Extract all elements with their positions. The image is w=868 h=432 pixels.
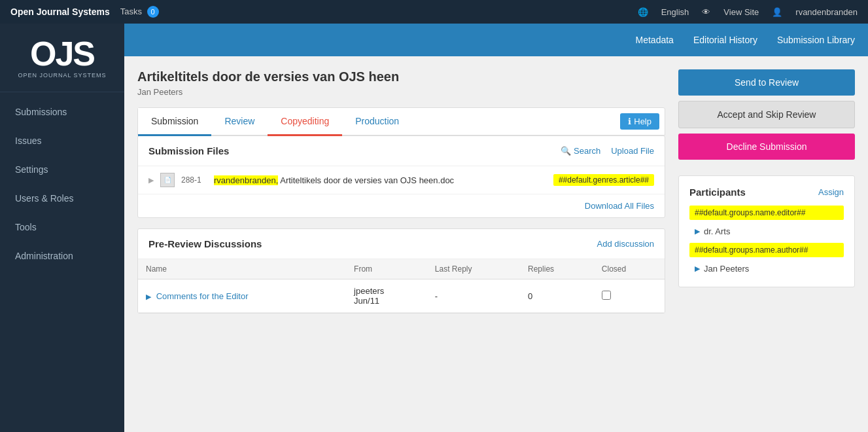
editorial-history-link[interactable]: Editorial History [693,26,757,54]
expand-arrow-icon[interactable]: ▶ [146,293,151,300]
discussion-from-cell: jpeeters Jun/11 [346,279,427,313]
tasks-count: 0 [147,6,159,18]
sidebar-logo: OJS OPEN JOURNAL SYSTEMS [0,24,124,92]
file-genre: ##default.genres.article## [553,174,654,186]
sidebar-item-label: Administration [15,251,73,261]
english-link[interactable]: English [661,7,689,17]
file-name: rvandenbranden, Artiteltikels door de ve… [214,175,547,185]
tabs-container: Submission Review Copyediting Production [137,107,665,135]
add-discussion-button[interactable]: Add discussion [597,239,654,249]
pre-review-title: Pre-Review Discussions [148,238,262,249]
ojs-letters: OJS [30,37,94,71]
sidebar-item-label: Users & Roles [15,193,73,204]
search-button[interactable]: 🔍 Search [561,146,600,156]
participants-header: Participants Assign [689,187,844,198]
discussion-closed-cell [594,279,665,313]
file-number: 288-1 [181,175,207,185]
info-icon: ℹ [628,117,631,126]
submission-library-link[interactable]: Submission Library [777,26,855,54]
file-row: ▶ 📄 288-1 rvandenbranden, Artiteltikels … [138,166,665,194]
eye-icon: 👁 [702,7,710,17]
participants-title: Participants [689,187,746,198]
pre-review-panel: Pre-Review Discussions Add discussion Na… [137,228,665,314]
globe-icon: 🌐 [638,7,648,17]
participant-expand-icon-2[interactable]: ▶ [695,264,700,273]
download-all: Download All Files [138,194,665,217]
panel-actions: 🔍 Search Upload File [561,146,654,156]
send-to-review-button[interactable]: Send to Review [678,69,855,96]
tab-copyediting[interactable]: Copyediting [268,108,342,136]
article-title: Artikeltitels door de versies van OJS he… [137,69,665,84]
table-row: ▶ Comments for the Editor jpeeters Jun/1… [138,279,665,313]
sidebar-item-submissions[interactable]: Submissions [0,98,124,126]
participant-group-author: ##default.groups.name.author## [689,243,844,257]
discussion-replies-cell: 0 [520,279,594,313]
ojs-logo: OJS OPEN JOURNAL SYSTEMS [10,37,114,79]
accept-skip-review-button[interactable]: Accept and Skip Review [678,101,855,128]
sidebar-item-tools[interactable]: Tools [0,213,124,242]
sidebar-item-settings[interactable]: Settings [0,155,124,184]
upload-file-button[interactable]: Upload File [611,146,654,156]
expand-icon[interactable]: ▶ [148,176,154,185]
pre-review-header: Pre-Review Discussions Add discussion [138,229,665,259]
content-area: Artikeltitels door de versies van OJS he… [124,56,868,432]
col-name: Name [138,259,346,279]
closed-checkbox[interactable] [602,291,611,300]
tasks-label: Tasks [120,7,142,16]
assign-link[interactable]: Assign [818,187,844,197]
panel-title: Submission Files [148,145,229,156]
search-icon: 🔍 [561,146,571,156]
file-author-highlight: rvandenbranden, [214,175,278,185]
discussion-last-reply-cell: - [427,279,520,313]
sidebar-item-label: Settings [15,164,48,175]
sidebar-item-users-roles[interactable]: Users & Roles [0,184,124,213]
table-header-row: Name From Last Reply Replies Closed [138,259,665,279]
tab-submission[interactable]: Submission [138,108,211,136]
user-icon: 👤 [772,7,782,17]
sidebar-nav: Submissions Issues Settings Users & Role… [0,92,124,432]
sidebar: OJS OPEN JOURNAL SYSTEMS Submissions Iss… [0,24,124,432]
sidebar-item-label: Issues [15,135,41,146]
participants-panel: Participants Assign ##default.groups.nam… [678,175,855,287]
discussion-name-cell: ▶ Comments for the Editor [138,279,346,313]
main: Metadata Editorial History Submission Li… [124,24,868,432]
sidebar-item-label: Submissions [15,107,67,117]
participant-dr-arts: ▶ dr. Arts [689,224,844,239]
sidebar-item-administration[interactable]: Administration [0,242,124,270]
top-bar-left: Open Journal Systems Tasks 0 [10,6,159,18]
metadata-link[interactable]: Metadata [636,26,674,54]
top-bar: Open Journal Systems Tasks 0 🌐 English 👁… [0,0,868,24]
file-icon: 📄 [160,173,175,187]
tab-review[interactable]: Review [211,108,268,136]
participant-jan-peeters: ▶ Jan Peeters [689,261,844,276]
secondary-nav: Metadata Editorial History Submission Li… [124,24,868,56]
sidebar-item-issues[interactable]: Issues [0,126,124,155]
view-site-link[interactable]: View Site [723,7,759,17]
submission-files-panel: Submission Files 🔍 Search Upload File [137,135,665,218]
article-author: Jan Peeters [137,87,665,97]
ojs-subtitle: OPEN JOURNAL SYSTEMS [18,72,106,79]
content-main: Artikeltitels door de versies van OJS he… [137,69,665,419]
discussion-link[interactable]: Comments for the Editor [156,291,249,301]
decline-submission-button[interactable]: Decline Submission [678,134,855,160]
top-bar-right: 🌐 English 👁 View Site 👤 rvandenbranden [638,7,858,17]
user-link[interactable]: rvandenbranden [795,7,858,17]
article-header: Artikeltitels door de versies van OJS he… [137,69,665,97]
col-replies: Replies [520,259,594,279]
help-button[interactable]: ℹ Help [620,113,659,130]
content-sidebar: Send to Review Accept and Skip Review De… [678,69,855,419]
col-from: From [346,259,427,279]
participant-group-editor: ##default.groups.name.editor## [689,206,844,220]
download-all-button[interactable]: Download All Files [585,201,654,211]
discussions-table: Name From Last Reply Replies Closed ▶ [138,259,665,313]
layout: OJS OPEN JOURNAL SYSTEMS Submissions Iss… [0,24,868,432]
col-last-reply: Last Reply [427,259,520,279]
help-btn-wrap: ℹ Help [620,108,665,135]
panel-header: Submission Files 🔍 Search Upload File [138,136,665,166]
tabs: Submission Review Copyediting Production [138,108,620,135]
brand-name: Open Journal Systems [10,7,110,17]
tasks-button[interactable]: Tasks 0 [120,6,159,18]
participant-expand-icon[interactable]: ▶ [695,227,700,236]
col-closed: Closed [594,259,665,279]
tab-production[interactable]: Production [342,108,412,136]
